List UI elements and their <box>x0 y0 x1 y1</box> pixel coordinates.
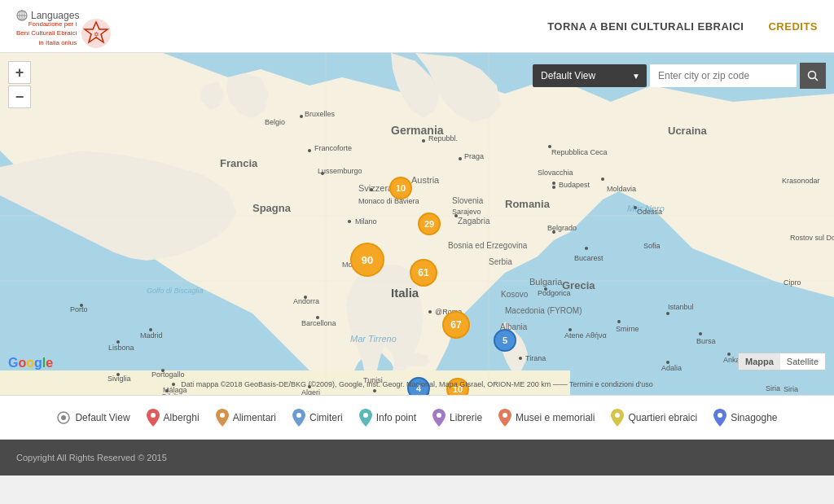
header-nav: TORNA A BENI CULTURALI EBRAICI CREDITS <box>547 20 818 33</box>
legend-icon-librerie <box>432 409 446 427</box>
cluster-c1[interactable]: 10 <box>389 177 412 199</box>
svg-point-34 <box>308 149 311 152</box>
svg-text:Milano: Milano <box>355 217 377 226</box>
svg-text:Sofia: Sofia <box>643 242 661 250</box>
country-label-spain: Spagna <box>252 202 292 214</box>
legend-item-info-point[interactable]: Info point <box>359 409 416 427</box>
svg-text:Rostov sul Do...: Rostov sul Do... <box>790 234 834 242</box>
svg-text:Porto: Porto <box>70 305 88 313</box>
legend-item-alberghi[interactable]: Alberghi <box>147 409 200 427</box>
svg-text:Algeri: Algeri <box>301 388 320 395</box>
country-label-france: Francia <box>220 157 258 169</box>
legend-label-info-point: Info point <box>376 412 416 423</box>
legend-item-quartieri-ebraici[interactable]: Quartieri ebraici <box>611 409 697 427</box>
svg-text:Repubbl.: Repubbl. <box>428 134 458 142</box>
svg-point-21 <box>552 186 555 189</box>
legend-label-cimiteri: Cimiteri <box>309 412 343 423</box>
languages-button[interactable]: Languages <box>16 10 79 21</box>
svg-text:Portogallo: Portogallo <box>151 370 185 379</box>
country-label-italy: Italia <box>391 286 419 300</box>
sea-label-tyrrhenian: Mar Tirreno <box>350 334 397 344</box>
cluster-c4[interactable]: 61 <box>410 259 437 287</box>
svg-point-62 <box>601 177 604 181</box>
legend-label-quartieri-ebraici: Quartieri ebraici <box>628 412 697 423</box>
svg-text:Podgorica: Podgorica <box>538 289 571 297</box>
map-container[interactable]: Spagna Francia Italia Romania Grecia Ger… <box>0 53 834 395</box>
country-label-romania: Romania <box>505 198 551 210</box>
search-button[interactable] <box>800 63 826 89</box>
svg-point-105 <box>718 413 722 418</box>
svg-text:Gibilterra: Gibilterra <box>161 392 191 395</box>
logo-area: Fondazione per i Beni Culturali Ebraici … <box>16 18 112 49</box>
svg-point-104 <box>615 413 620 418</box>
country-label-ukraine: Ucraina <box>668 125 707 137</box>
legend-label-sinagoghe: Sinagoghe <box>731 412 777 423</box>
legend-icon-quartieri-ebraici <box>611 409 624 427</box>
legend-icon-cimiteri <box>292 409 305 427</box>
map-attribution: Dati mappa ©2018 GeoBasis-DE/BKG (©2009)… <box>0 380 834 388</box>
legend-label-alberghi: Alberghi <box>164 412 200 423</box>
map-search: Default View ▼ <box>533 63 826 89</box>
cluster-c6[interactable]: 5 <box>494 329 516 352</box>
footer: Copyright All Rights Reserved © 2015 <box>0 440 834 476</box>
zoom-in-button[interactable]: + <box>8 61 31 84</box>
svg-point-10 <box>367 291 383 320</box>
view-dropdown-wrapper: Default View ▼ <box>533 64 647 87</box>
legend-item-librerie[interactable]: Librerie <box>432 409 482 427</box>
svg-text:Slovacchia: Slovacchia <box>538 169 573 177</box>
svg-text:Krasonodar: Krasonodar <box>782 177 820 185</box>
svg-point-29 <box>422 139 425 142</box>
svg-text:Repubblica Ceca: Repubblica Ceca <box>551 148 608 156</box>
svg-point-68 <box>617 320 621 323</box>
svg-text:Atene Αθήνα: Atene Αθήνα <box>564 331 607 340</box>
dot-milan <box>348 220 351 223</box>
sea-label-biscay: Golfo di Biscaglia <box>147 287 204 295</box>
svg-text:Cipro: Cipro <box>784 278 801 287</box>
view-dropdown[interactable]: Default View <box>533 64 647 87</box>
svg-text:Andorra: Andorra <box>293 297 319 305</box>
default-view-icon <box>56 410 71 425</box>
svg-point-97 <box>61 415 66 420</box>
legend-label-musei-memoriali: Musei e memoriali <box>516 412 595 423</box>
zoom-out-button[interactable]: − <box>8 85 31 108</box>
legend-icon-alimentari <box>216 409 229 427</box>
svg-text:Odessa: Odessa <box>637 208 662 216</box>
torna-link[interactable]: TORNA A BENI CULTURALI EBRAICI <box>547 20 744 33</box>
svg-text:Praga: Praga <box>464 152 484 160</box>
map-background: Spagna Francia Italia Romania Grecia Ger… <box>0 53 834 395</box>
city-label-zagreb: Zagabria <box>458 217 490 226</box>
cluster-c3[interactable]: 90 <box>350 243 384 277</box>
legend-item-default-view[interactable]: Default View <box>56 410 129 425</box>
svg-point-31 <box>300 115 303 118</box>
svg-text:Belgrado: Belgrado <box>547 224 577 232</box>
footer-copyright: Copyright All Rights Reserved © 2015 <box>16 453 167 462</box>
globe-icon <box>16 10 28 21</box>
legend-item-sinagoghe[interactable]: Sinagoghe <box>713 409 777 427</box>
country-label-bih: Bosnia ed Erzegovina <box>448 241 528 250</box>
svg-point-60 <box>552 182 555 185</box>
legend-item-cimiteri[interactable]: Cimiteri <box>292 409 343 427</box>
svg-point-99 <box>220 413 225 418</box>
cluster-c5[interactable]: 67 <box>442 311 470 339</box>
svg-text:Bucarest: Bucarest <box>574 254 604 262</box>
city-search-input[interactable] <box>650 64 797 87</box>
svg-text:Istanbul: Istanbul <box>668 303 694 311</box>
map-type-map-button[interactable]: Mappa <box>739 353 780 370</box>
map-type-satellite-button[interactable]: Satellite <box>780 353 825 370</box>
legend-label-librerie: Librerie <box>450 412 482 423</box>
search-icon <box>807 70 819 81</box>
svg-text:Madrid: Madrid <box>140 331 163 340</box>
country-label-bulgaria: Bulgaria <box>529 277 563 287</box>
credits-link[interactable]: CREDITS <box>768 20 818 33</box>
legend-label-default-view: Default View <box>75 412 129 423</box>
legend-item-alimentari[interactable]: Alimentari <box>216 409 276 427</box>
cluster-c2[interactable]: 29 <box>418 213 441 235</box>
svg-point-25 <box>459 157 462 160</box>
legend-item-musei-memoriali[interactable]: Musei e memoriali <box>498 409 595 427</box>
legend-bar: Default View Alberghi Alimentari Ci <box>0 395 834 440</box>
legend-label-alimentari: Alimentari <box>233 412 276 423</box>
svg-text:Lisbona: Lisbona <box>108 344 134 352</box>
map-type-toggle: Mappa Satellite <box>738 353 826 370</box>
languages-label: Languages <box>31 10 79 21</box>
logo-emblem: ✡ <box>81 18 112 49</box>
